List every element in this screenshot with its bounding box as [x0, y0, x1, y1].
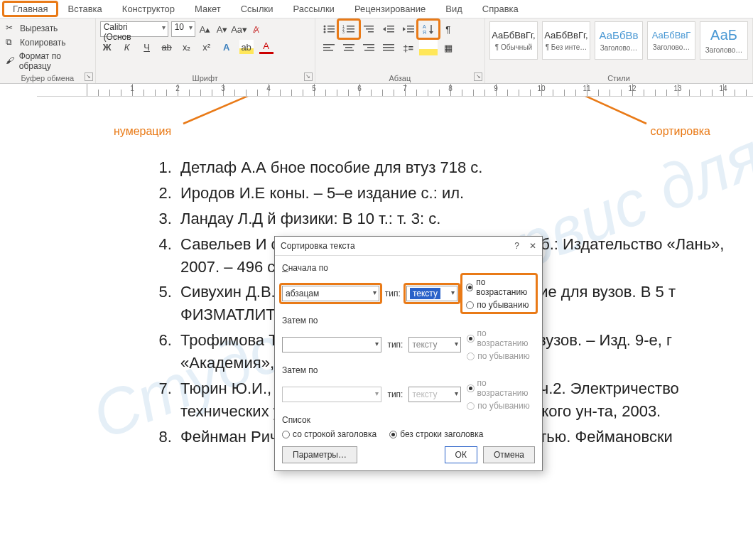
cut-label: Вырезать: [20, 23, 58, 33]
copy-icon: ⧉: [6, 37, 17, 48]
bullets-icon[interactable]: [320, 21, 338, 37]
font-color-icon[interactable]: A: [259, 40, 273, 54]
menu-home[interactable]: Главная: [3, 1, 58, 16]
sort-by-select[interactable]: абзацам: [282, 286, 379, 301]
then2-direction-group: по возрастанию по убыванию: [467, 378, 535, 411]
ribbon-group-paragraph: 123 АЯ ¶ ‡≡ ▦ Абзац ↘: [315, 18, 485, 83]
ribbon-group-styles: АаБбВвГг,¶ Обычный АаБбВвГг,¶ Без инте… …: [485, 18, 753, 83]
styles-group-label: Стили: [485, 74, 752, 82]
text-effects-icon[interactable]: A: [220, 40, 234, 54]
then1-type-select[interactable]: тексту: [408, 337, 461, 352]
radio-descending[interactable]: по убыванию: [466, 300, 532, 310]
svg-rect-34: [367, 47, 374, 48]
align-center-icon[interactable]: [340, 40, 358, 55]
list-item[interactable]: Иродов И.Е коны. – 5–е издание с.: ил.: [176, 182, 753, 205]
close-icon[interactable]: ✕: [529, 241, 536, 251]
style-normal[interactable]: АаБбВвГг,¶ Обычный: [489, 21, 538, 60]
params-button[interactable]: Параметры…: [282, 446, 357, 463]
ruler[interactable]: 1234567891011121314: [37, 84, 753, 97]
arrow-to-numbering-icon: [178, 97, 376, 131]
clipboard-launcher[interactable]: ↘: [85, 72, 93, 81]
menu-view[interactable]: Вид: [435, 1, 472, 16]
sort-icon[interactable]: АЯ: [419, 21, 438, 37]
style-title[interactable]: АаБЗаголово…: [700, 21, 748, 60]
svg-rect-36: [383, 44, 394, 45]
borders-icon[interactable]: ▦: [439, 40, 457, 55]
menu-layout[interactable]: Макет: [185, 1, 231, 16]
increase-font-icon[interactable]: A▴: [198, 22, 212, 36]
menu-design[interactable]: Конструктор: [112, 1, 185, 16]
svg-rect-16: [387, 26, 394, 27]
annotation-sort: сортировка: [651, 125, 710, 138]
bold-icon[interactable]: Ж: [100, 40, 114, 54]
align-left-icon[interactable]: [320, 40, 338, 55]
highlight-icon[interactable]: ab: [239, 40, 254, 54]
show-hide-icon[interactable]: ¶: [439, 21, 457, 37]
multilevel-list-icon[interactable]: [359, 21, 378, 37]
svg-marker-19: [403, 27, 406, 31]
svg-rect-1: [327, 26, 335, 27]
scissors-icon: ✂: [6, 23, 17, 34]
svg-rect-20: [407, 26, 414, 27]
decrease-font-icon[interactable]: A▾: [215, 22, 229, 36]
underline-icon[interactable]: Ч: [140, 40, 154, 54]
change-case-icon[interactable]: Aa▾: [232, 22, 247, 36]
menu-references[interactable]: Ссылки: [231, 1, 283, 16]
radio-without-header[interactable]: без строки заголовка: [389, 429, 483, 439]
style-nospacing[interactable]: АаБбВвГг,¶ Без инте…: [542, 21, 590, 60]
then1-select[interactable]: [282, 337, 381, 352]
svg-text:2: 2: [342, 27, 345, 31]
ok-button[interactable]: ОК: [445, 446, 477, 463]
copy-button[interactable]: ⧉ Копировать: [4, 36, 91, 50]
numbering-icon[interactable]: 123: [340, 21, 358, 37]
menu-review[interactable]: Рецензирование: [345, 1, 435, 16]
increase-indent-icon[interactable]: [399, 21, 418, 37]
sort-direction-group: по возрастанию по убыванию: [463, 276, 535, 311]
style-heading2[interactable]: АаБбВвГЗаголово…: [647, 21, 695, 60]
list-item[interactable]: Детлаф А.А бное пособие для втуз 718 с.: [176, 156, 753, 179]
font-group-label: Шрифт: [96, 74, 315, 82]
annotation-numbering: нумерация: [114, 125, 171, 138]
svg-point-2: [323, 28, 325, 31]
dialog-titlebar[interactable]: Сортировка текста ? ✕: [275, 237, 542, 256]
font-launcher[interactable]: ↘: [304, 72, 313, 81]
label-first-by: Сначала по: [282, 263, 535, 273]
brush-icon: 🖌: [6, 55, 16, 67]
label-list: Список: [282, 415, 535, 425]
format-painter-button[interactable]: 🖌 Формат по образцу: [4, 50, 91, 72]
style-heading1[interactable]: АаБбВвЗаголово…: [595, 21, 643, 60]
svg-rect-11: [347, 31, 354, 33]
clear-formatting-icon[interactable]: A̷: [249, 22, 264, 36]
cancel-button[interactable]: Отмена: [483, 446, 535, 463]
list-item[interactable]: Ландау Л.Д й физики: В 10 т.: т. 3: с.: [176, 208, 753, 230]
shading-icon[interactable]: [419, 40, 438, 55]
then2-radio-desc: по убыванию: [467, 401, 535, 411]
radio-ascending[interactable]: по возрастанию: [466, 277, 532, 297]
align-right-icon[interactable]: [359, 40, 378, 55]
then1-radio-desc: по убыванию: [467, 351, 535, 361]
svg-text:1: 1: [342, 24, 345, 28]
menu-help[interactable]: Справка: [472, 1, 529, 16]
svg-rect-9: [347, 28, 354, 30]
italic-icon[interactable]: К: [120, 40, 134, 54]
strikethrough-icon[interactable]: ab: [160, 40, 174, 54]
radio-with-header[interactable]: со строкой заголовка: [282, 429, 376, 439]
menu-mailings[interactable]: Рассылки: [283, 1, 345, 16]
paragraph-launcher[interactable]: ↘: [474, 72, 482, 81]
then2-select: [282, 387, 381, 402]
cut-button[interactable]: ✂ Вырезать: [4, 21, 91, 36]
font-name-select[interactable]: Calibri (Основ: [100, 21, 168, 37]
svg-text:А: А: [423, 24, 426, 29]
menu-insert[interactable]: Вставка: [58, 1, 112, 16]
line-spacing-icon[interactable]: ‡≡: [399, 40, 418, 55]
font-size-select[interactable]: 10: [171, 21, 195, 37]
justify-icon[interactable]: [379, 40, 398, 55]
subscript-icon[interactable]: x₂: [180, 40, 194, 54]
superscript-icon[interactable]: x²: [200, 40, 214, 54]
help-icon[interactable]: ?: [514, 241, 519, 251]
svg-rect-32: [344, 50, 354, 51]
decrease-indent-icon[interactable]: [379, 21, 398, 37]
sort-dialog: Сортировка текста ? ✕ Сначала по абзацам…: [274, 236, 543, 471]
then2-type-label: тип:: [387, 389, 403, 399]
sort-type-select[interactable]: тексту: [406, 286, 457, 301]
